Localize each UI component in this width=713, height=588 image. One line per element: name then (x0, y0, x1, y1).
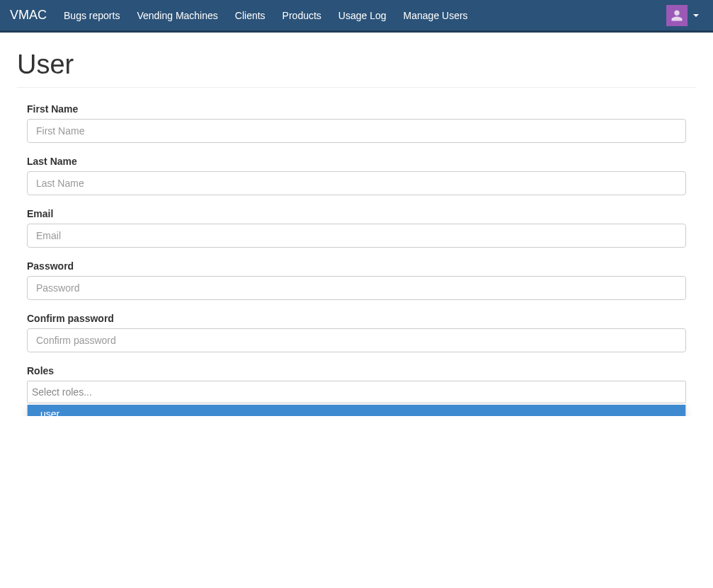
nav-vending-machines[interactable]: Vending Machines (128, 0, 226, 32)
first-name-group: First Name (27, 103, 686, 143)
password-label: Password (27, 260, 686, 272)
navbar-left: VMAC Bugs reports Vending Machines Clien… (10, 0, 477, 32)
page-title: User (17, 50, 696, 88)
nav-clients[interactable]: Clients (227, 0, 274, 32)
roles-label: Roles (27, 365, 686, 376)
avatar-icon (666, 5, 688, 26)
password-input[interactable] (27, 276, 686, 300)
email-input[interactable] (27, 224, 686, 248)
email-label: Email (27, 208, 686, 219)
confirm-password-input[interactable] (27, 328, 686, 352)
nav-list: Bugs reports Vending Machines Clients Pr… (55, 0, 477, 32)
roles-group: Roles user admin v2 v1 (27, 365, 686, 403)
roles-dropdown: user admin v2 v1 (27, 405, 686, 416)
roles-input[interactable] (27, 381, 686, 403)
user-menu-button[interactable] (662, 2, 703, 29)
brand[interactable]: VMAC (10, 8, 55, 23)
navbar: VMAC Bugs reports Vending Machines Clien… (0, 0, 713, 33)
last-name-input[interactable] (27, 171, 686, 195)
nav-products[interactable]: Products (274, 0, 330, 32)
last-name-label: Last Name (27, 156, 686, 167)
nav-manage-users[interactable]: Manage Users (395, 0, 477, 32)
last-name-group: Last Name (27, 156, 686, 195)
roles-option-user[interactable]: user (28, 405, 685, 416)
nav-bugs-reports[interactable]: Bugs reports (55, 0, 128, 32)
page-container: User First Name Last Name Email Password… (0, 33, 713, 403)
roles-select: user admin v2 v1 (27, 381, 686, 403)
first-name-label: First Name (27, 103, 686, 115)
first-name-input[interactable] (27, 119, 686, 143)
navbar-right (662, 2, 703, 29)
password-group: Password (27, 260, 686, 300)
email-group: Email (27, 208, 686, 248)
chevron-down-icon (693, 14, 699, 17)
confirm-password-label: Confirm password (27, 313, 686, 324)
confirm-password-group: Confirm password (27, 313, 686, 352)
nav-usage-log[interactable]: Usage Log (330, 0, 395, 32)
